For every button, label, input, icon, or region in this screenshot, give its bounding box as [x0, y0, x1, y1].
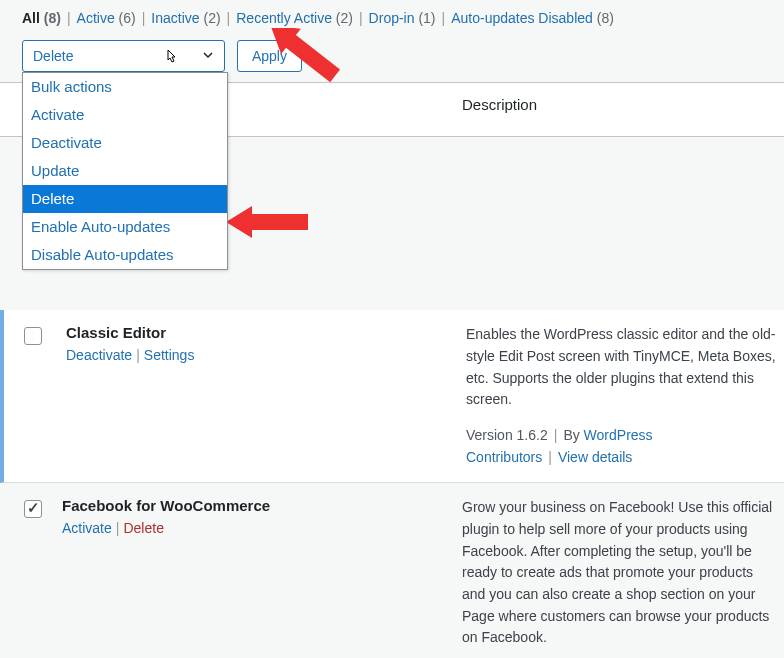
bulk-actions-row: Delete Bulk actionsActivateDeactivateUpd… — [0, 30, 784, 82]
view-details-link[interactable]: View details — [661, 275, 735, 291]
plugin-meta: Version 1.6.2|By WordPress Contributors|… — [466, 425, 776, 468]
filter-recently-active[interactable]: Recently Active (2) — [236, 10, 353, 26]
action-activate[interactable]: Activate — [62, 520, 112, 536]
plugin-meta: Version 5.0.2|By Automattic|View details — [462, 273, 776, 295]
plugin-row: Classic EditorDeactivate|SettingsEnables… — [0, 310, 784, 483]
plugin-description: Enables the WordPress classic editor and… — [466, 324, 776, 411]
view-details-link[interactable]: View details — [558, 449, 632, 465]
action-deactivate[interactable]: Deactivate — [66, 347, 132, 363]
action-settings[interactable]: Settings — [144, 347, 195, 363]
plugin-checkbox[interactable] — [24, 500, 42, 518]
bulk-action-select[interactable]: Delete — [22, 40, 225, 72]
plugin-checkbox[interactable] — [24, 327, 42, 345]
filter-drop-in[interactable]: Drop-in (1) — [369, 10, 436, 26]
bulk-option-delete[interactable]: Delete — [23, 185, 227, 213]
bulk-option-bulk-actions[interactable]: Bulk actions — [23, 73, 227, 101]
filter-all[interactable]: All (8) — [22, 10, 61, 26]
filter-inactive[interactable]: Inactive (2) — [151, 10, 220, 26]
plugin-title: Classic Editor — [66, 324, 450, 341]
plugin-row: Facebook for WooCommerceActivate|DeleteG… — [0, 483, 784, 658]
plugin-title: Facebook for WooCommerce — [62, 497, 446, 514]
bulk-option-enable-auto-updates[interactable]: Enable Auto-updates — [23, 213, 227, 241]
author-link[interactable]: Automattic — [579, 275, 645, 291]
chevron-down-icon — [202, 48, 214, 64]
filter-links: All (8)|Active (6)|Inactive (2)|Recently… — [0, 0, 784, 30]
bulk-option-update[interactable]: Update — [23, 157, 227, 185]
filter-active[interactable]: Active (6) — [77, 10, 136, 26]
plugin-description: Used by millions, Akismet is quite possi… — [462, 151, 776, 259]
bulk-option-activate[interactable]: Activate — [23, 101, 227, 129]
plugin-description: Grow your business on Facebook! Use this… — [462, 497, 776, 649]
column-description[interactable]: Description — [454, 83, 784, 136]
bulk-option-disable-auto-updates[interactable]: Disable Auto-updates — [23, 241, 227, 269]
apply-button[interactable]: Apply — [237, 40, 302, 72]
action-delete[interactable]: Delete — [123, 520, 163, 536]
filter-auto-updates-disabled[interactable]: Auto-updates Disabled (8) — [451, 10, 614, 26]
bulk-action-dropdown: Bulk actionsActivateDeactivateUpdateDele… — [22, 72, 228, 270]
bulk-option-deactivate[interactable]: Deactivate — [23, 129, 227, 157]
bulk-select-value: Delete — [33, 48, 73, 64]
